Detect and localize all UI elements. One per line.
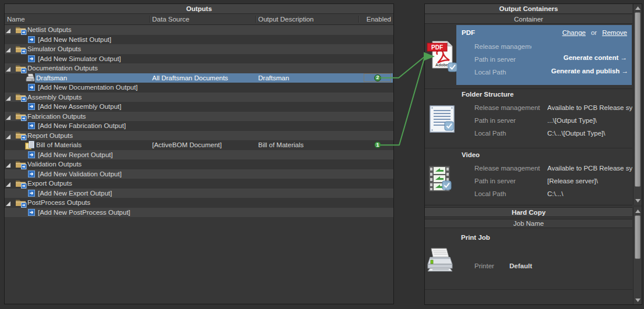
scroll-up-button[interactable] — [634, 4, 642, 12]
folder-icon — [15, 131, 27, 141]
add-output-label: [Add New Validation Output] — [38, 169, 122, 179]
containers-scrollbar[interactable] — [633, 4, 642, 205]
container-item-video[interactable]: Video Release management Available to PC… — [425, 148, 632, 205]
add-output-icon[interactable] — [28, 84, 35, 92]
folder-release-management-value: Available to PCB Release system — [547, 104, 632, 111]
tree-category-row[interactable]: Netlist Outputs — [5, 25, 393, 35]
scroll-up-button[interactable] — [634, 207, 642, 215]
print-job-item[interactable]: Print Job Printer Default — [425, 228, 632, 289]
expander-icon[interactable] — [6, 47, 10, 54]
folder-icon — [15, 179, 27, 190]
folder-release-management-label: Release management — [474, 104, 547, 111]
pdf-release-management-label: Release management — [474, 43, 532, 50]
tree-add-row[interactable]: [Add New Documentation Output] — [5, 83, 393, 93]
column-enabled[interactable]: Enabled — [361, 14, 391, 24]
output-name: Bill of Materials — [36, 140, 82, 150]
add-output-icon[interactable] — [28, 151, 35, 159]
enabled-count-badge[interactable]: 1 — [374, 141, 381, 148]
pdf-path-in-server-label: Path in server — [474, 56, 544, 63]
add-output-label: [Add New PostProcess Output] — [38, 208, 131, 218]
tree-add-row[interactable]: [Add New Simulator Output] — [5, 54, 393, 64]
tree-add-row[interactable]: [Add New Fabrication Output] — [5, 121, 393, 131]
tree-category-row[interactable]: Report Outputs — [5, 131, 393, 141]
generate-content-label: Generate content — [564, 54, 619, 61]
folder-icon — [15, 112, 27, 122]
video-local-path-label: Local Path — [474, 190, 547, 197]
tree-add-row[interactable]: [Add New Report Output] — [5, 150, 393, 160]
generate-content-arrow-icon: → — [621, 54, 628, 61]
hard-copy-scrollbar[interactable] — [633, 207, 642, 304]
expander-icon[interactable] — [6, 95, 10, 102]
scroll-down-button[interactable] — [634, 296, 642, 304]
tree-category-row[interactable]: Export Outputs — [5, 179, 393, 189]
video-icon — [428, 165, 456, 194]
output-data-source: All Draftsman Documents — [152, 73, 228, 83]
folder-structure-title: Folder Structure — [462, 91, 513, 98]
folder-icon — [15, 160, 27, 171]
add-output-icon[interactable] — [28, 36, 35, 44]
tree-output-row[interactable]: Bill of Materials[ActiveBOM Document]Bil… — [5, 140, 393, 150]
tree-add-row[interactable]: [Add New Export Output] — [5, 189, 393, 198]
container-subheader-label: Container — [514, 16, 543, 23]
expander-icon[interactable] — [6, 114, 10, 121]
tree-add-row[interactable]: [Add New Netlist Output] — [5, 35, 393, 45]
tree-category-row[interactable]: Documentation Outputs — [5, 63, 393, 73]
add-output-icon[interactable] — [28, 190, 35, 198]
add-output-label: [Add New Report Output] — [38, 150, 112, 160]
generate-publish-label: Generate and publish — [551, 68, 620, 74]
hard-copy-header: Hard Copy — [425, 207, 632, 217]
add-output-icon[interactable] — [28, 103, 35, 111]
remove-link[interactable]: Remove — [602, 29, 627, 36]
expander-icon[interactable] — [6, 66, 10, 73]
folder-icon — [15, 64, 27, 74]
expander-icon[interactable] — [6, 27, 10, 34]
draftsman-icon — [25, 73, 35, 83]
enabled-count-badge[interactable]: 2 — [374, 74, 381, 81]
expander-icon[interactable] — [6, 133, 10, 140]
generate-and-publish-button[interactable]: Generate and publish → — [551, 68, 628, 74]
expander-icon[interactable] — [6, 162, 10, 169]
output-description: Bill of Materials — [258, 140, 304, 150]
expander-icon[interactable] — [6, 181, 10, 188]
job-name-label: Job Name — [513, 220, 544, 227]
add-output-label: [Add New Fabrication Output] — [38, 121, 126, 131]
add-output-label: [Add New Export Output] — [38, 189, 112, 198]
video-enabled-checkbox — [442, 181, 451, 190]
tree-add-row[interactable]: [Add New Validation Output] — [5, 169, 393, 179]
column-data-source[interactable]: Data Source — [152, 14, 189, 24]
containers-area-bottom-border — [425, 205, 632, 205]
category-label: Report Outputs — [27, 131, 73, 141]
folder-icon — [15, 45, 27, 55]
outputjob-editor: Outputs Name Data Source Output Descript… — [0, 0, 644, 309]
tree-add-row[interactable]: [Add New Assembly Output] — [5, 102, 393, 112]
scrollbar-thumb[interactable] — [635, 215, 641, 259]
svg-text:Adobe: Adobe — [435, 63, 448, 67]
tree-category-row[interactable]: Simulator Outputs — [5, 44, 393, 54]
add-output-icon[interactable] — [28, 122, 35, 130]
generate-content-button[interactable]: Generate content → — [564, 54, 627, 61]
tree-category-row[interactable]: PostProcess Outputs — [5, 198, 393, 208]
video-release-management-label: Release management — [474, 165, 547, 172]
column-name[interactable]: Name — [7, 14, 25, 24]
add-output-icon[interactable] — [28, 171, 35, 179]
output-name: Draftsman — [36, 73, 67, 83]
add-output-icon[interactable] — [28, 55, 35, 63]
column-output-description[interactable]: Output Description — [258, 14, 314, 24]
expander-icon[interactable] — [6, 200, 10, 207]
video-local-path-value: C:\...\ — [547, 190, 632, 197]
tree-category-row[interactable]: Validation Outputs — [5, 159, 393, 169]
category-label: Simulator Outputs — [27, 44, 81, 54]
add-output-label: [Add New Netlist Output] — [38, 35, 111, 45]
category-label: Fabrication Outputs — [27, 112, 86, 122]
hard-copy-title: Hard Copy — [512, 209, 546, 216]
tree-output-row[interactable]: DraftsmanAll Draftsman DocumentsDraftsma… — [5, 73, 393, 83]
folder-local-path-label: Local Path — [474, 130, 547, 137]
change-link[interactable]: Change — [562, 29, 586, 36]
add-output-icon[interactable] — [28, 209, 35, 217]
scroll-down-button[interactable] — [634, 197, 642, 205]
tree-add-row[interactable]: [Add New PostProcess Output] — [5, 208, 393, 218]
scrollbar-thumb[interactable] — [635, 12, 641, 187]
tree-category-row[interactable]: Assembly Outputs — [5, 93, 393, 102]
folder-local-path-value: C:\...\[Output Type]\ — [547, 130, 632, 137]
tree-category-row[interactable]: Fabrication Outputs — [5, 112, 393, 122]
